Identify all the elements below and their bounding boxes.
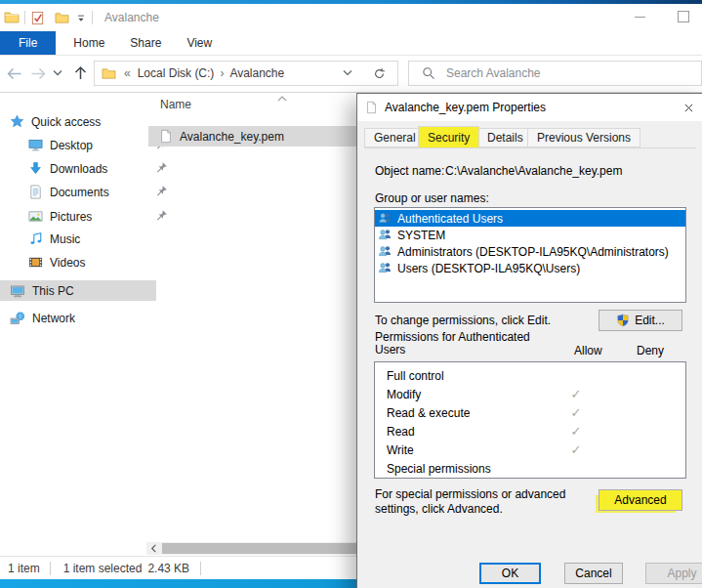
chevron-down-icon: [343, 69, 352, 77]
breadcrumb-overflow[interactable]: «: [124, 66, 131, 80]
sidebar-item-videos[interactable]: Videos: [0, 252, 175, 273]
ok-button-label: OK: [502, 567, 518, 580]
sidebar-item-label: Desktop: [50, 139, 93, 152]
desktop-icon: [28, 138, 43, 152]
sidebar-item-music[interactable]: Music: [0, 229, 175, 249]
tab-share[interactable]: Share: [117, 31, 174, 55]
breadcrumb-separator: ›: [220, 66, 224, 80]
column-header-name[interactable]: Name: [160, 98, 191, 111]
object-name-value: C:\Avalanche\Avalanche_key.pem: [445, 164, 622, 178]
group-row-authenticated-users[interactable]: Authenticated Users: [375, 210, 685, 227]
folder-icon: [102, 66, 116, 81]
allow-checkmark: ✓: [567, 387, 585, 401]
sidebar-item-quick-access[interactable]: Quick access: [0, 111, 156, 132]
sidebar-item-label: Downloads: [50, 162, 107, 176]
cancel-button-label: Cancel: [575, 567, 611, 580]
forward-arrow-icon: [30, 66, 47, 81]
divider: [92, 11, 93, 24]
back-arrow-icon: [6, 66, 22, 81]
address-bar[interactable]: « Local Disk (C:) › Avalanche: [94, 61, 361, 86]
pin-icon: [155, 209, 168, 222]
object-name-label: Object name:: [375, 164, 444, 178]
permission-row-modify[interactable]: Modify ✓: [375, 385, 685, 403]
sort-ascending-icon[interactable]: [276, 95, 288, 103]
tab-details[interactable]: Details: [477, 128, 533, 147]
group-row-administrators[interactable]: Administrators (DESKTOP-ILA95KQ\Administ…: [375, 243, 685, 260]
recent-locations-button[interactable]: [50, 63, 65, 83]
group-name: Authenticated Users: [397, 212, 503, 226]
picture-icon: [28, 209, 43, 224]
cancel-button[interactable]: Cancel: [564, 563, 623, 584]
dialog-title: Avalanche_key.pem Properties: [385, 101, 546, 114]
permission-row-special-permissions[interactable]: Special permissions: [375, 459, 685, 478]
allow-checkmark: ✓: [567, 405, 585, 420]
allow-checkmark: ✓: [567, 442, 585, 457]
up-button[interactable]: [70, 63, 90, 83]
qat-new-folder-button[interactable]: [55, 11, 69, 25]
tab-general[interactable]: General: [364, 128, 426, 147]
permission-row-read-execute[interactable]: Read & execute ✓: [375, 403, 685, 422]
tab-security[interactable]: Security: [418, 126, 479, 148]
edit-button-label: Edit...: [635, 314, 665, 327]
group-row-system[interactable]: SYSTEM: [375, 227, 685, 243]
group-name: Administrators (DESKTOP-ILA95KQ\Administ…: [397, 245, 669, 259]
folder-icon: [55, 11, 69, 25]
divider: [200, 562, 201, 575]
tab-file[interactable]: File: [0, 31, 56, 55]
address-dropdown-button[interactable]: [343, 69, 352, 77]
up-arrow-icon: [73, 65, 88, 81]
ribbon-tab-bar: File Home Share View: [0, 31, 702, 56]
film-icon: [28, 255, 43, 270]
uac-shield-icon: [616, 314, 630, 327]
file-icon: [159, 129, 173, 144]
group-name: SYSTEM: [397, 229, 445, 242]
forward-button[interactable]: [28, 63, 48, 83]
navigation-bar: « Local Disk (C:) › Avalanche: [0, 56, 702, 93]
maximize-button[interactable]: [669, 4, 698, 29]
permission-row-read[interactable]: Read ✓: [375, 422, 685, 441]
sidebar-item-network[interactable]: Network: [0, 308, 156, 328]
search-input[interactable]: [444, 65, 673, 81]
tab-home[interactable]: Home: [61, 31, 117, 55]
permission-row-full-control[interactable]: Full control: [375, 366, 685, 385]
scroll-left-icon[interactable]: [149, 544, 158, 553]
sidebar-item-pictures[interactable]: Pictures: [0, 206, 175, 227]
breadcrumb-item-folder[interactable]: Avalanche: [229, 66, 284, 80]
users-group-icon: [378, 261, 392, 275]
dialog-titlebar: Avalanche_key.pem Properties: [357, 94, 702, 121]
ok-button[interactable]: OK: [479, 563, 541, 584]
tab-previous-versions[interactable]: Previous Versions: [527, 128, 640, 147]
permission-row-write[interactable]: Write ✓: [375, 441, 685, 459]
permissions-listbox[interactable]: Full control Modify ✓ Read & execute ✓ R…: [374, 361, 686, 479]
computer-icon: [10, 283, 25, 299]
group-name: Users (DESKTOP-ILA95KQ\Users): [397, 262, 580, 275]
properties-check-icon: [30, 11, 45, 25]
file-icon: [365, 101, 378, 114]
deny-column-header: Deny: [637, 344, 664, 357]
minimize-icon: [635, 17, 645, 18]
folder-icon: [4, 10, 20, 25]
qat-customize-button[interactable]: [75, 12, 87, 23]
download-icon: [28, 161, 43, 176]
group-row-users[interactable]: Users (DESKTOP-ILA95KQ\Users): [375, 260, 685, 276]
divider: [50, 562, 51, 575]
sidebar-item-this-pc[interactable]: This PC: [0, 280, 156, 301]
apply-button[interactable]: Apply: [645, 563, 702, 584]
users-group-icon: [378, 228, 392, 242]
qat-properties-button[interactable]: [30, 11, 45, 25]
breadcrumb-item-drive[interactable]: Local Disk (C:): [138, 66, 215, 80]
group-user-listbox[interactable]: Authenticated Users SYSTEM Administrator…: [374, 207, 686, 303]
permission-name: Read: [387, 425, 415, 439]
edit-button[interactable]: Edit...: [599, 310, 682, 331]
advanced-button[interactable]: Advanced: [599, 489, 682, 511]
search-box[interactable]: [408, 61, 702, 86]
refresh-button[interactable]: [360, 61, 398, 86]
allow-column-header: Allow: [574, 344, 602, 357]
back-button[interactable]: [4, 63, 23, 83]
minimize-button[interactable]: [625, 4, 654, 29]
tab-view[interactable]: View: [174, 31, 225, 55]
permission-name: Modify: [387, 388, 421, 401]
sidebar-item-downloads[interactable]: Downloads: [0, 158, 175, 179]
sidebar-item-documents[interactable]: Documents: [0, 182, 175, 202]
dialog-close-button[interactable]: [673, 96, 702, 119]
